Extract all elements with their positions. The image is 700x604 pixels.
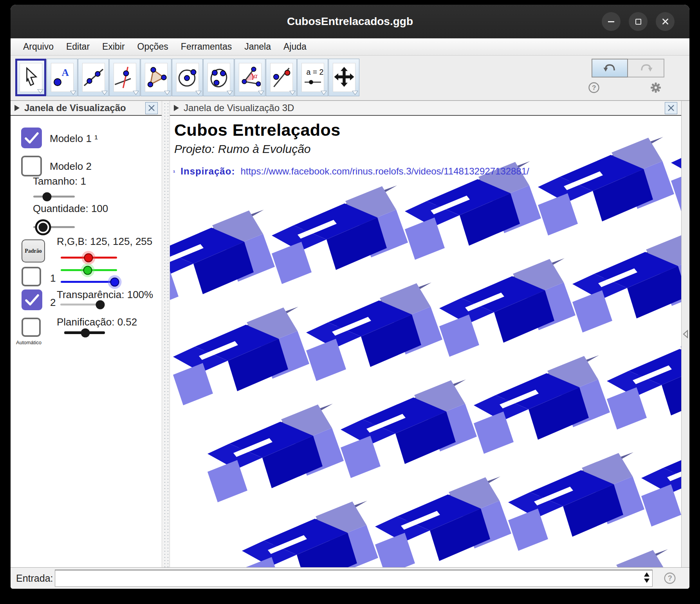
- panel-splitter[interactable]: [162, 101, 170, 567]
- model1-checkbox[interactable]: [21, 128, 42, 148]
- tool-point-button[interactable]: A: [47, 59, 78, 96]
- help-icon[interactable]: ?: [588, 81, 600, 94]
- graphics-view-header: Janela de Visualização: [11, 101, 162, 116]
- tool-dropdown-icon[interactable]: [289, 91, 296, 95]
- tool-move-view-button[interactable]: [328, 59, 359, 96]
- tool-dropdown-icon[interactable]: [227, 91, 233, 95]
- automatico-checkbox[interactable]: [22, 318, 41, 337]
- maximize-button[interactable]: [629, 12, 648, 31]
- minimize-button[interactable]: [602, 12, 621, 31]
- checkbox-1[interactable]: [22, 267, 41, 286]
- menu-ferramentas[interactable]: Ferramentas: [175, 40, 238, 54]
- inspiration-link[interactable]: https://www.facebook.com/rinus.roelofs.3…: [240, 166, 529, 177]
- input-bar: Entrada: ?: [11, 567, 689, 589]
- menu-ajuda[interactable]: Ajuda: [277, 40, 313, 54]
- menu-janela[interactable]: Janela: [238, 40, 277, 54]
- svg-text:?: ?: [592, 84, 596, 92]
- settings-gear-icon[interactable]: [649, 81, 662, 94]
- quantidade-slider[interactable]: [33, 226, 75, 228]
- tool-dropdown-icon[interactable]: [258, 91, 264, 95]
- tool-slider-button[interactable]: a = 2: [297, 59, 328, 96]
- red-slider-knob[interactable]: [84, 253, 93, 262]
- angle-tool-icon: α: [240, 65, 261, 90]
- rgb-label: R,G,B: 125, 125, 255: [57, 235, 152, 248]
- titlebar[interactable]: CubosEntrelacados.ggb: [11, 5, 689, 38]
- maximize-icon: [635, 19, 641, 25]
- close-button[interactable]: [656, 12, 675, 31]
- padrao-button[interactable]: Padrão: [22, 239, 45, 262]
- green-slider-knob[interactable]: [83, 266, 92, 275]
- panel-menu-arrow-icon[interactable]: [174, 105, 179, 111]
- view3d-close-button[interactable]: [665, 102, 677, 114]
- blue-slider-knob[interactable]: [110, 277, 119, 286]
- circle-tool-icon: [177, 65, 198, 90]
- spinner-up-icon[interactable]: [644, 572, 649, 577]
- tool-dropdown-icon[interactable]: [133, 91, 139, 95]
- tamanho-slider-knob[interactable]: [42, 192, 51, 201]
- tool-perpendicular-line-button[interactable]: [109, 59, 140, 96]
- tool-dropdown-icon[interactable]: [164, 91, 170, 95]
- tool-line-button[interactable]: [78, 59, 109, 96]
- tool-move-button[interactable]: [15, 59, 46, 96]
- menu-exibir[interactable]: Exibir: [96, 40, 131, 54]
- view3d-header: Janela de Visualização 3D: [170, 101, 681, 116]
- graphics-view-close-button[interactable]: [145, 102, 158, 114]
- tool-dropdown-icon[interactable]: [37, 89, 43, 93]
- entrada-label: Entrada:: [16, 573, 53, 584]
- panel-collapse-strip[interactable]: [681, 101, 689, 567]
- planificacao-slider[interactable]: [64, 331, 105, 334]
- panel-menu-arrow-icon[interactable]: [14, 105, 20, 111]
- checkmark-icon: [24, 132, 39, 144]
- artwork-heading: Cubos Entrelaçados: [174, 120, 341, 140]
- inspiration-label: Inspiração:: [180, 166, 235, 177]
- model2-label: Modelo 2: [50, 160, 92, 173]
- transparencia-slider-knob[interactable]: [96, 300, 105, 309]
- redo-button[interactable]: [628, 59, 664, 77]
- checkbox-2-label: 2: [50, 297, 56, 309]
- tool-dropdown-icon[interactable]: [195, 91, 202, 95]
- tool-dropdown-icon[interactable]: [70, 91, 76, 95]
- tamanho-slider[interactable]: [33, 196, 75, 198]
- checkbox-2[interactable]: [22, 289, 42, 310]
- view3d-canvas[interactable]: Cubos Entrelaçados Projeto: Rumo à Evolu…: [170, 116, 681, 567]
- point-tool-icon: A: [52, 65, 73, 90]
- tool-dropdown-icon[interactable]: [352, 91, 358, 95]
- svg-text:a = 2: a = 2: [306, 68, 323, 76]
- red-slider[interactable]: [61, 257, 117, 259]
- menubar: Arquivo Editar Exibir Opções Ferramentas…: [11, 38, 689, 56]
- quantidade-label: Quantidade: 100: [33, 203, 108, 215]
- reflect-tool-icon: [271, 65, 292, 90]
- transparencia-slider[interactable]: [60, 304, 100, 306]
- graphics-view-body[interactable]: Modelo 1 ¹ Modelo 2 Tamanho: 1 Quantidad…: [11, 116, 162, 567]
- input-help-button[interactable]: ?: [663, 571, 677, 585]
- input-history-spinner[interactable]: [644, 572, 649, 583]
- spinner-down-icon[interactable]: [644, 579, 649, 583]
- menu-arquivo[interactable]: Arquivo: [17, 40, 60, 54]
- entrada-input[interactable]: [55, 570, 653, 587]
- menu-editar[interactable]: Editar: [60, 40, 96, 54]
- tool-ellipse-button[interactable]: [203, 59, 234, 96]
- menu-opcoes[interactable]: Opções: [131, 40, 175, 54]
- undo-button[interactable]: [592, 59, 628, 77]
- transparencia-label: Transparência: 100%: [57, 289, 153, 301]
- tool-circle-button[interactable]: [172, 59, 203, 96]
- tamanho-label: Tamanho: 1: [33, 175, 86, 187]
- collapse-left-arrow-icon: [682, 330, 689, 338]
- tool-polygon-button[interactable]: [141, 59, 171, 96]
- planificacao-slider-knob[interactable]: [81, 328, 90, 337]
- close-x-icon: [148, 104, 155, 112]
- tool-dropdown-icon[interactable]: [321, 91, 327, 95]
- checkbox-1-label: 1: [50, 272, 56, 284]
- tool-dropdown-icon[interactable]: [101, 91, 108, 95]
- tool-angle-button[interactable]: α: [235, 59, 265, 96]
- perpendicular-line-tool-icon: [114, 65, 135, 90]
- green-slider[interactable]: [61, 269, 117, 271]
- blue-slider[interactable]: [61, 281, 117, 283]
- view3d-title: Janela de Visualização 3D: [184, 102, 294, 113]
- window-title: CubosEntrelacados.ggb: [287, 15, 413, 28]
- automatico-label: Automático: [16, 340, 41, 345]
- quantidade-slider-knob[interactable]: [39, 223, 48, 232]
- tool-reflect-button[interactable]: [266, 59, 297, 96]
- checkmark-icon: [25, 294, 40, 306]
- model2-checkbox[interactable]: [21, 156, 42, 176]
